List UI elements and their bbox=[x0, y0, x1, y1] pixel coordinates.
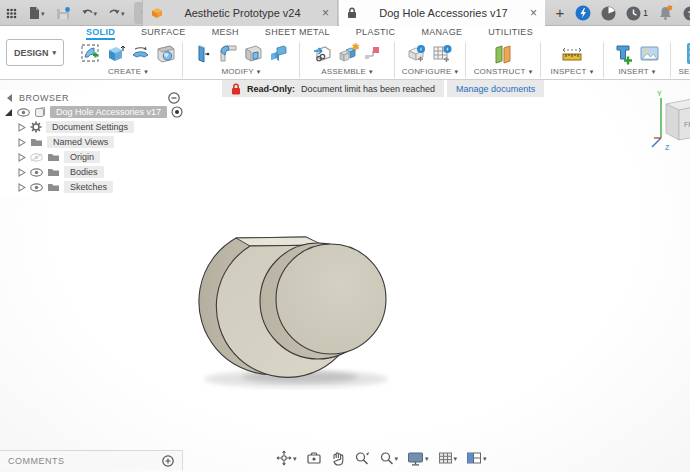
collapsed-caret-icon[interactable] bbox=[18, 123, 26, 132]
document-tab-dog-hole-accessories[interactable]: Dog Hole Accessories v17 × bbox=[339, 0, 545, 26]
insert-derive-button[interactable] bbox=[614, 42, 636, 65]
caret-icon: ▾ bbox=[293, 455, 297, 462]
view-cube[interactable]: Y Z FRONT bbox=[646, 88, 690, 154]
inspect-dropdown[interactable]: INSPECT▾ bbox=[551, 67, 594, 76]
read-only-banner: Read-Only: Document limit has been reach… bbox=[222, 80, 544, 97]
close-icon[interactable]: × bbox=[530, 6, 537, 20]
tab-sheet-metal[interactable]: SHEET METAL bbox=[265, 27, 330, 40]
app-grid-icon[interactable] bbox=[4, 2, 19, 24]
browser-root-row[interactable]: Dog Hole Accessories v17 bbox=[4, 105, 186, 119]
configuration-button[interactable] bbox=[406, 42, 429, 65]
canvas-image-button[interactable] bbox=[638, 42, 661, 65]
caret-icon: ▾ bbox=[529, 68, 533, 75]
visibility-off-eye-icon[interactable] bbox=[30, 153, 43, 162]
row-label[interactable]: Bodies bbox=[64, 166, 104, 178]
comments-title: COMMENTS bbox=[8, 456, 65, 466]
joint-origin-button[interactable] bbox=[361, 42, 384, 65]
browser-row-bodies[interactable]: Bodies bbox=[18, 165, 186, 179]
job-status-icon[interactable] bbox=[601, 6, 616, 21]
tab-manage[interactable]: MANAGE bbox=[421, 27, 462, 40]
document-tab-aesthetic-prototype[interactable]: Aesthetic Prototype v24 × bbox=[142, 0, 338, 26]
browser-row-sketches[interactable]: Sketches bbox=[18, 180, 186, 194]
row-label[interactable]: Named Views bbox=[47, 136, 114, 148]
tab-mesh[interactable]: MESH bbox=[212, 27, 239, 40]
fit-button[interactable]: ▾ bbox=[379, 451, 399, 466]
redo-button[interactable]: ▾ bbox=[106, 2, 127, 24]
configuration-table-button[interactable] bbox=[431, 42, 454, 65]
root-document-label[interactable]: Dog Hole Accessories v17 bbox=[50, 106, 167, 118]
visibility-eye-icon[interactable] bbox=[30, 183, 43, 192]
browser-row-origin[interactable]: Origin bbox=[18, 150, 186, 164]
file-menu-button[interactable]: ▾ bbox=[26, 2, 47, 24]
close-icon[interactable]: × bbox=[322, 6, 329, 20]
extrude-button[interactable] bbox=[104, 42, 127, 65]
browser-row-named-views[interactable]: Named Views bbox=[18, 135, 186, 149]
minimize-panel-icon[interactable] bbox=[168, 92, 180, 104]
tab-solid[interactable]: SOLID bbox=[86, 27, 115, 40]
save-button[interactable] bbox=[54, 2, 72, 24]
hole-button[interactable] bbox=[154, 42, 177, 65]
new-component-button[interactable] bbox=[311, 42, 334, 65]
caret-icon: ▾ bbox=[53, 49, 57, 56]
add-comment-icon[interactable] bbox=[162, 455, 174, 467]
document-tab-title: Dog Hole Accessories v17 bbox=[363, 7, 524, 19]
new-document-button[interactable]: + bbox=[549, 2, 571, 24]
collapsed-caret-icon[interactable] bbox=[18, 138, 26, 147]
measure-button[interactable] bbox=[560, 42, 584, 65]
create-dropdown[interactable]: CREATE▾ bbox=[108, 67, 148, 76]
revolve-button[interactable] bbox=[129, 42, 152, 65]
zoom-button[interactable] bbox=[354, 451, 370, 466]
model-viewport[interactable]: Read-Only: Document limit has been reach… bbox=[0, 80, 690, 472]
orbit-button[interactable]: ▾ bbox=[276, 450, 297, 466]
tab-plastic[interactable]: PLASTIC bbox=[356, 27, 396, 40]
model-body[interactable] bbox=[199, 237, 386, 377]
browser-row-document-settings[interactable]: Document Settings bbox=[18, 120, 186, 134]
select-button[interactable] bbox=[685, 41, 690, 66]
modify-dropdown[interactable]: MODIFY▾ bbox=[221, 67, 260, 76]
group-modify: MODIFY▾ bbox=[187, 40, 295, 80]
construct-plane-button[interactable] bbox=[491, 42, 515, 65]
comments-panel[interactable]: COMMENTS bbox=[0, 450, 183, 470]
tab-utilities[interactable]: UTILITIES bbox=[488, 27, 533, 40]
activate-radio-icon[interactable] bbox=[171, 106, 183, 118]
joint-button[interactable]: ✱ bbox=[336, 42, 359, 65]
row-label[interactable]: Document Settings bbox=[46, 121, 134, 133]
caret-icon: ▾ bbox=[369, 68, 373, 75]
insert-dropdown[interactable]: INSERT▾ bbox=[618, 67, 655, 76]
workspace-selector[interactable]: DESIGN ▾ bbox=[6, 39, 64, 66]
construct-dropdown[interactable]: CONSTRUCT▾ bbox=[474, 67, 533, 76]
row-label[interactable]: Sketches bbox=[64, 181, 113, 193]
display-settings-button[interactable]: ▾ bbox=[407, 451, 429, 466]
viewports-button[interactable]: ▾ bbox=[466, 451, 487, 465]
visibility-eye-icon[interactable] bbox=[17, 108, 30, 117]
look-at-button[interactable] bbox=[306, 451, 322, 465]
press-pull-button[interactable] bbox=[192, 42, 215, 65]
create-sketch-button[interactable] bbox=[79, 42, 102, 65]
collapsed-caret-icon[interactable] bbox=[18, 153, 26, 162]
group-divider bbox=[670, 42, 671, 78]
undo-button[interactable]: ▾ bbox=[79, 2, 100, 24]
fillet-button[interactable] bbox=[217, 42, 240, 65]
group-label: ASSEMBLE bbox=[321, 67, 366, 76]
help-icon[interactable]: ? bbox=[683, 6, 690, 21]
select-dropdown[interactable]: SELECT▾ bbox=[678, 67, 690, 76]
configure-dropdown[interactable]: CONFIGURE▾ bbox=[402, 67, 459, 76]
manage-documents-link[interactable]: Manage documents bbox=[456, 84, 535, 94]
expanded-caret-icon[interactable] bbox=[4, 108, 13, 117]
tab-surface[interactable]: SURFACE bbox=[141, 27, 186, 40]
visibility-eye-icon[interactable] bbox=[30, 168, 43, 177]
combine-button[interactable] bbox=[267, 42, 290, 65]
notifications-bell-icon[interactable] bbox=[658, 5, 673, 21]
ribbon-toolbar: DESIGN ▾ SOLID SURFACE MESH SHEET METAL … bbox=[0, 26, 690, 80]
shell-button[interactable] bbox=[242, 42, 265, 65]
manage-documents-link-box[interactable]: Manage documents bbox=[447, 80, 544, 97]
collapsed-caret-icon[interactable] bbox=[18, 168, 26, 177]
collapsed-caret-icon[interactable] bbox=[18, 183, 26, 192]
row-label[interactable]: Origin bbox=[64, 151, 100, 163]
grid-display-button[interactable]: ▾ bbox=[438, 451, 458, 465]
profile-icon[interactable] bbox=[575, 5, 591, 21]
recents-button[interactable]: 1 bbox=[626, 6, 648, 21]
assemble-dropdown[interactable]: ASSEMBLE▾ bbox=[321, 67, 372, 76]
pan-button[interactable] bbox=[331, 451, 345, 466]
collapse-arrow-icon[interactable] bbox=[6, 94, 13, 102]
